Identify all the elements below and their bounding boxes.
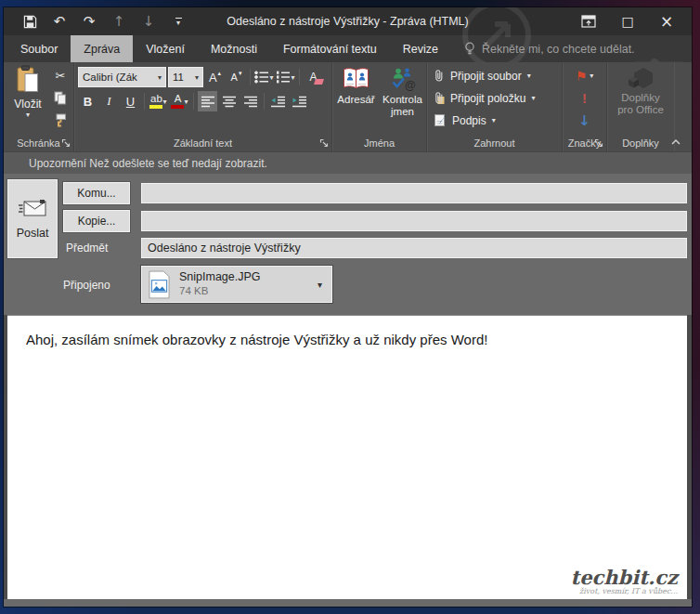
tab-formatovani-textu[interactable]: Formátování textu (270, 35, 390, 62)
decrease-indent-button[interactable] (268, 91, 288, 111)
separator (299, 69, 300, 85)
tell-me-box[interactable]: Řekněte mi, co chcete udělat. (464, 35, 635, 62)
collapse-ribbon-icon[interactable] (668, 136, 684, 149)
high-importance-button[interactable]: ! (563, 87, 606, 109)
group-tags: ⚑ ▾ ! ↓ Značky (563, 62, 607, 151)
techbit-watermark: techbit.cz život, vesmír, IT a vůbec... (571, 568, 679, 595)
italic-button[interactable]: I (99, 91, 119, 111)
align-left-button[interactable] (198, 91, 217, 111)
follow-up-button[interactable]: ⚑ ▾ (563, 65, 606, 86)
close-icon[interactable]: × (647, 7, 686, 35)
quick-access-toolbar: ↶ ↷ ↑ ↓ ▾ (15, 7, 193, 35)
font-name-select[interactable]: Calibri (Zák ▾ (78, 67, 166, 87)
signature-button[interactable]: Podpis ▾ (427, 110, 562, 131)
customize-qat-icon[interactable]: ▾ (163, 7, 193, 35)
separator (144, 93, 145, 110)
attachment-dropdown-icon[interactable]: ▾ (318, 280, 326, 290)
separator (193, 93, 194, 110)
address-book-icon (342, 67, 370, 91)
basic-text-dialog-launcher-icon[interactable] (319, 138, 329, 148)
tab-moznosti[interactable]: Možnosti (198, 35, 270, 62)
cc-input[interactable] (141, 211, 687, 231)
attachment-chip[interactable]: SnipImage.JPG 74 KB ▾ (141, 266, 332, 303)
outlook-message-window: ↶ ↷ ↑ ↓ ▾ Odesláno z nástroje Výstřižky … (4, 7, 692, 607)
separator (250, 69, 251, 85)
ribbon-tab-row: Soubor Zpráva Vložení Možnosti Formátová… (4, 35, 692, 62)
tab-revize[interactable]: Revize (390, 35, 451, 62)
maximize-icon[interactable]: □ (608, 7, 647, 35)
high-importance-icon: ! (582, 90, 587, 106)
attachment-name: SnipImage.JPG (179, 270, 309, 284)
check-names-button[interactable]: @ Kontrolajmen (381, 62, 425, 136)
font-color-bar (171, 105, 184, 109)
decrease-indent-icon (270, 96, 286, 108)
tab-soubor[interactable]: Soubor (7, 35, 71, 62)
message-body[interactable]: Ahoj, zasílám snímek obrazovky z nástroj… (7, 315, 687, 599)
align-left-icon (201, 96, 215, 108)
align-right-button[interactable] (240, 91, 260, 111)
increase-indent-button[interactable] (290, 91, 309, 111)
message-header: Poslat Komu... Kopie... Předmět Odesláno… (4, 174, 692, 315)
font-size-select[interactable]: 11 ▾ (168, 67, 203, 87)
clear-formatting-button[interactable]: A (304, 67, 323, 87)
bullets-button[interactable]: ▾ (254, 67, 274, 87)
tags-dialog-launcher-icon[interactable] (594, 138, 603, 148)
address-book-button[interactable]: Adresář (334, 62, 379, 136)
cc-button[interactable]: Kopie... (63, 210, 130, 232)
signature-dropdown-icon: ▾ (492, 116, 496, 124)
format-painter-icon[interactable] (50, 111, 71, 130)
attachment-image-icon (148, 270, 171, 299)
group-addins: Doplňkypro Office Doplňky (607, 62, 674, 151)
redo-icon[interactable]: ↷ (74, 7, 104, 35)
low-importance-button[interactable]: ↓ (563, 110, 606, 131)
tab-vlozeni[interactable]: Vložení (133, 35, 198, 62)
numbering-dropdown-icon: ▾ (291, 73, 294, 82)
next-item-icon[interactable]: ↓ (134, 7, 163, 35)
bold-button[interactable]: B (78, 91, 97, 111)
to-input[interactable] (141, 183, 687, 203)
watermark-title: techbit.cz (571, 568, 679, 587)
tell-me-placeholder: Řekněte mi, co chcete udělat. (482, 43, 635, 56)
attach-file-button[interactable]: Připojit soubor ▾ (427, 65, 562, 86)
text-highlight-button[interactable]: ab ▾ (149, 91, 168, 111)
group-label-include: Zahrnout (473, 137, 514, 149)
follow-up-dropdown-icon: ▾ (590, 72, 593, 80)
separator (264, 93, 265, 110)
ribbon-display-options-icon[interactable] (569, 7, 608, 35)
increase-indent-icon (292, 96, 307, 108)
svg-text:@: @ (405, 79, 416, 91)
group-basic-text: Calibri (Zák ▾ 11 ▾ A ▴ A (74, 62, 332, 151)
save-icon[interactable] (15, 7, 45, 35)
grow-font-button[interactable]: A ▴ (205, 67, 225, 87)
highlight-dropdown-icon: ▾ (162, 98, 166, 106)
to-button[interactable]: Komu... (63, 182, 130, 204)
send-button[interactable]: Poslat (7, 179, 58, 258)
shrink-font-button[interactable]: A ▾ (227, 67, 246, 87)
window-bottom-strip (4, 599, 692, 607)
underline-button[interactable]: U (121, 91, 140, 111)
attach-file-dropdown-icon: ▾ (527, 72, 531, 80)
mailtips-text: Upozornění Než odešlete se teď nedají zo… (29, 157, 267, 170)
undo-icon[interactable]: ↶ (45, 7, 74, 35)
cut-icon[interactable]: ✂ (50, 66, 71, 85)
clipboard-dialog-launcher-icon[interactable] (61, 138, 71, 148)
paste-button[interactable]: Vložit ▾ (7, 65, 48, 132)
copy-icon[interactable] (50, 88, 71, 108)
grow-font-caret-icon: ▴ (218, 70, 222, 77)
message-body-text[interactable]: Ahoj, zasílám snímek obrazovky z nástroj… (7, 316, 687, 363)
align-center-button[interactable] (219, 91, 239, 111)
ribbon: Vložit ▾ ✂ (4, 62, 692, 151)
office-addins-button[interactable]: Doplňkypro Office (611, 66, 670, 115)
subject-label: Předmět (66, 242, 108, 255)
numbering-button[interactable]: ▾ (276, 67, 295, 87)
paperclip-icon (434, 69, 445, 83)
font-color-button[interactable]: A ▾ (170, 91, 189, 111)
subject-input[interactable]: Odesláno z nástroje Výstřižky (141, 238, 687, 258)
tab-zprava[interactable]: Zpráva (71, 35, 133, 62)
title-bar: ↶ ↷ ↑ ↓ ▾ Odesláno z nástroje Výstřižky … (4, 7, 692, 35)
attach-item-button[interactable]: Připojit položku ▾ (427, 87, 562, 109)
attach-item-label: Připojit položku (450, 92, 525, 105)
previous-item-icon[interactable]: ↑ (104, 7, 134, 35)
group-clipboard: Vložit ▾ ✂ (4, 62, 74, 151)
attach-file-label: Připojit soubor (450, 70, 522, 83)
